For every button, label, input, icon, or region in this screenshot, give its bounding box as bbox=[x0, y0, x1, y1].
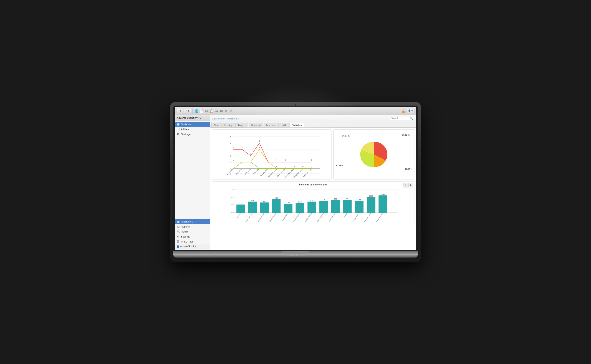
chart-download-button[interactable]: ⬇ bbox=[408, 183, 413, 188]
screen: + ▾ ✓ ▾ 🌐 📄 ☑ 📋 🖨 ⊞ ✏ ↺ 🔒 bbox=[175, 107, 416, 250]
charts-row-top: 5 4 3 2 1 0 -1 bbox=[212, 130, 414, 180]
grid-icon[interactable]: ⊞ bbox=[219, 109, 223, 113]
svg-text:6.69: 6.69 bbox=[263, 200, 266, 202]
garbage-icon: 🗑 bbox=[177, 133, 180, 136]
settings-icon: ⚙ bbox=[177, 235, 180, 238]
user-icon: 👤 bbox=[408, 110, 411, 112]
svg-text:Nutrition: Nutrition bbox=[343, 213, 348, 218]
svg-text:Patient Accidents: Patient Accidents bbox=[364, 213, 371, 222]
svg-text:3: 3 bbox=[230, 148, 231, 151]
sidebar-item-allfiles[interactable]: 📄 All files bbox=[175, 127, 210, 132]
check-dropdown-button[interactable]: ✓ ▾ bbox=[184, 109, 191, 113]
svg-text:7.52: 7.52 bbox=[357, 199, 361, 201]
sidebar-label-dashboard-bottom: Dashboard bbox=[181, 220, 193, 223]
bar-doc bbox=[284, 204, 293, 213]
breadcrumb-root[interactable]: Dashboard bbox=[212, 117, 225, 120]
check2-icon[interactable]: ☑ bbox=[204, 109, 208, 113]
svg-text:10%: 10% bbox=[230, 196, 234, 198]
sidebar-item-tpsc[interactable]: ☑ TPSC Task bbox=[175, 239, 210, 244]
dashboard-bottom-icon: ▦ bbox=[177, 220, 180, 223]
refresh-icon[interactable]: ↺ bbox=[229, 109, 234, 113]
sidebar-item-dashboard-bottom[interactable]: ▦ Dashboard bbox=[175, 219, 210, 224]
add-button[interactable]: + ▾ bbox=[177, 109, 183, 113]
tab-leadtime[interactable]: Lead time bbox=[264, 123, 279, 127]
pie-chart-container: 36.11 % 16.67 % 30.56 % 16.67 % bbox=[333, 130, 414, 180]
printer-icon[interactable]: 🖨 bbox=[214, 109, 219, 113]
sidebar-label-garbage: Garbage bbox=[181, 133, 191, 136]
laptop-frame: + ▾ ✓ ▾ 🌐 📄 ☑ 📋 🖨 ⊞ ✏ ↺ 🔒 bbox=[170, 102, 421, 262]
sidebar-label-allfiles: All files bbox=[181, 128, 189, 130]
tab-pending[interactable]: Pending bbox=[222, 123, 235, 127]
svg-text:7.24: 7.24 bbox=[251, 199, 254, 201]
sidebar-item-dashboard-top[interactable]: ▦ Dashboard bbox=[175, 122, 210, 127]
search-icon: 🔍 bbox=[410, 117, 413, 120]
svg-text:5.29: 5.29 bbox=[239, 202, 242, 204]
doc-icon[interactable]: 📄 bbox=[199, 109, 203, 113]
dropdown-arrow2: ▾ bbox=[188, 110, 189, 112]
svg-text:7.24: 7.24 bbox=[310, 199, 314, 201]
clipboard-icon[interactable]: 📋 bbox=[209, 109, 214, 113]
tab-analyze[interactable]: Analyze bbox=[235, 123, 248, 127]
tab-reopend[interactable]: Reopend bbox=[249, 123, 263, 127]
svg-text:5: 5 bbox=[230, 136, 231, 138]
svg-text:1: 1 bbox=[268, 159, 269, 162]
svg-text:2: 2 bbox=[230, 155, 231, 157]
globe-icon[interactable]: 🌐 bbox=[194, 109, 198, 113]
tab-qa[interactable]: Q&A bbox=[279, 123, 289, 127]
main-header: Dashboard › Dashboard 🔍 bbox=[210, 115, 416, 122]
sidebar-label-dashboard-top: Dashboard bbox=[181, 123, 193, 126]
bar-chart-container: Incidents by incident type 🖨 ⬇ 15% 10% 5… bbox=[212, 181, 414, 225]
admin-user-menu[interactable]: 👤 Admin CRMS ▲ bbox=[175, 244, 210, 249]
svg-text:4: 4 bbox=[230, 142, 231, 144]
svg-text:July-2016: July-2016 bbox=[253, 168, 260, 175]
sidebar-item-settings[interactable]: ⚙ Settings bbox=[175, 234, 210, 239]
sidebar-item-inquiry[interactable]: 🔧 Inquiry bbox=[175, 229, 210, 234]
user-menu-button[interactable]: 👤 ▾ bbox=[406, 109, 414, 113]
svg-text:June-2016: June-2016 bbox=[243, 168, 251, 176]
reports-icon: 📊 bbox=[177, 225, 180, 228]
bar-nutrition bbox=[343, 200, 352, 213]
svg-text:1: 1 bbox=[230, 161, 231, 163]
svg-text:Infrastructure / Building / Fi: Infrastructure / Building / Fixtures bbox=[299, 213, 312, 222]
lock-icon[interactable]: 🔒 bbox=[401, 109, 405, 113]
tab-new[interactable]: New bbox=[211, 123, 221, 127]
dropdown-arrow3: ▾ bbox=[411, 110, 413, 112]
allfiles-icon: 📄 bbox=[177, 128, 180, 131]
search-input[interactable] bbox=[391, 117, 410, 120]
bar-blood bbox=[248, 202, 257, 213]
yellow-line bbox=[233, 150, 311, 169]
tab-statistics[interactable]: Statistics bbox=[289, 123, 304, 127]
screen-bezel: + ▾ ✓ ▾ 🌐 📄 ☑ 📋 🖨 ⊞ ✏ ↺ 🔒 bbox=[173, 105, 418, 251]
svg-text:11.14: 11.14 bbox=[381, 193, 385, 195]
svg-text:3: 3 bbox=[242, 146, 243, 149]
edit-icon[interactable]: ✏ bbox=[224, 109, 228, 113]
sidebar-item-garbage[interactable]: 🗑 Garbage bbox=[175, 132, 210, 137]
svg-text:1: 1 bbox=[294, 159, 295, 161]
admin-user-label: Admin CRMS ▲ bbox=[180, 245, 197, 248]
svg-text:Blood / Sang / produits sangui: Blood / Sang / produits sanguins bbox=[240, 213, 253, 222]
svg-text:5%: 5% bbox=[231, 204, 234, 206]
svg-text:1: 1 bbox=[285, 159, 286, 161]
svg-text:1: 1 bbox=[242, 159, 243, 162]
svg-text:7.8: 7.8 bbox=[322, 198, 325, 201]
bar-chart-title: Incidents by incident type bbox=[214, 183, 412, 186]
line-chart-container: 5 4 3 2 1 0 -1 bbox=[212, 130, 331, 180]
svg-text:2: 2 bbox=[250, 153, 251, 155]
sidebar-item-reports[interactable]: 📊 Reports bbox=[175, 224, 210, 229]
svg-text:8.36: 8.36 bbox=[346, 197, 349, 200]
inquiry-icon: 🔧 bbox=[177, 230, 180, 233]
pie-label-16b: 16.67 % bbox=[405, 168, 412, 170]
svg-text:Documentation: Documentation bbox=[282, 213, 288, 221]
svg-text:0: 0 bbox=[285, 166, 286, 168]
chart-print-button[interactable]: 🖨 bbox=[403, 183, 408, 188]
pie-label-30: 30.56 % bbox=[336, 164, 343, 167]
dropdown-arrow: ▾ bbox=[180, 110, 181, 112]
search-box[interactable]: 🔍 bbox=[390, 117, 414, 120]
bar-resources bbox=[379, 195, 387, 213]
svg-text:Behavior: Behavior bbox=[237, 213, 241, 218]
laptop-notch bbox=[282, 251, 309, 253]
sidebar-label-reports: Reports bbox=[181, 225, 190, 228]
svg-text:0: 0 bbox=[276, 166, 277, 168]
svg-text:4: 4 bbox=[259, 140, 260, 142]
pie-label-36: 36.11 % bbox=[402, 134, 410, 136]
